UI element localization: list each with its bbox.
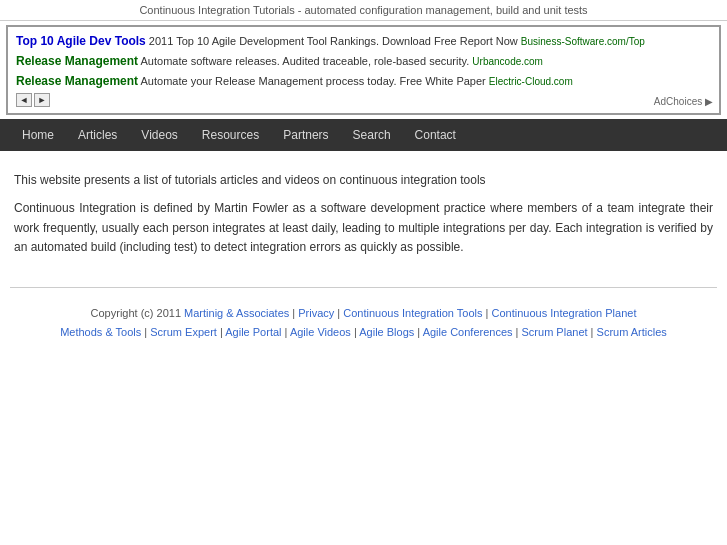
ad2-link[interactable]: Urbancode.com: [472, 56, 543, 67]
ad-prev-button[interactable]: ◄: [16, 93, 32, 107]
nav-articles[interactable]: Articles: [66, 119, 129, 151]
footer-link-2[interactable]: Continuous Integration Tools: [343, 307, 482, 319]
footer-copyright: Copyright (c) 2011: [91, 307, 185, 319]
footer-link-4[interactable]: Methods & Tools: [60, 326, 141, 338]
footer-link-11[interactable]: Scrum Articles: [597, 326, 667, 338]
ad-nav: ◄ ►: [16, 93, 711, 107]
nav-videos[interactable]: Videos: [129, 119, 189, 151]
nav-partners[interactable]: Partners: [271, 119, 340, 151]
footer-link-10[interactable]: Scrum Planet: [522, 326, 588, 338]
footer: Copyright (c) 2011 Martinig & Associates…: [0, 298, 727, 351]
footer-link-1[interactable]: Privacy: [298, 307, 334, 319]
footer-link-9[interactable]: Agile Conferences: [423, 326, 513, 338]
ad2-text: Automate software releases. Audited trac…: [141, 55, 473, 67]
ad-row-1: Top 10 Agile Dev Tools 2011 Top 10 Agile…: [16, 33, 711, 50]
footer-link-3[interactable]: Continuous Integration Planet: [492, 307, 637, 319]
footer-row2: Methods & Tools | Scrum Expert | Agile P…: [10, 323, 717, 342]
main-content: This website presents a list of tutorial…: [0, 151, 727, 267]
footer-link-5[interactable]: Scrum Expert: [150, 326, 217, 338]
top-banner-text: Continuous Integration Tutorials - autom…: [139, 4, 587, 16]
ad3-title[interactable]: Release Management: [16, 74, 138, 88]
nav-search[interactable]: Search: [341, 119, 403, 151]
footer-link-8[interactable]: Agile Blogs: [359, 326, 414, 338]
ad2-title[interactable]: Release Management: [16, 54, 138, 68]
top-banner: Continuous Integration Tutorials - autom…: [0, 0, 727, 21]
footer-link-7[interactable]: Agile Videos: [290, 326, 351, 338]
ad3-text: Automate your Release Management process…: [141, 75, 489, 87]
ad1-title[interactable]: Top 10 Agile Dev Tools: [16, 34, 146, 48]
ad1-text: 2011 Top 10 Agile Development Tool Ranki…: [149, 35, 521, 47]
footer-divider: [10, 287, 717, 288]
ad1-link[interactable]: Business-Software.com/Top: [521, 36, 645, 47]
footer-link-0[interactable]: Martinig & Associates: [184, 307, 289, 319]
nav-resources[interactable]: Resources: [190, 119, 271, 151]
ad-row-3: Release Management Automate your Release…: [16, 73, 711, 90]
footer-link-6[interactable]: Agile Portal: [225, 326, 281, 338]
ad-next-button[interactable]: ►: [34, 93, 50, 107]
main-description: Continuous Integration is defined by Mar…: [14, 199, 713, 257]
nav-home[interactable]: Home: [10, 119, 66, 151]
ad-choices[interactable]: AdChoices ▶: [654, 96, 713, 107]
nav-bar: Home Articles Videos Resources Partners …: [0, 119, 727, 151]
ad3-link[interactable]: Electric-Cloud.com: [489, 76, 573, 87]
footer-row1: Copyright (c) 2011 Martinig & Associates…: [10, 304, 717, 323]
ad-box: Top 10 Agile Dev Tools 2011 Top 10 Agile…: [6, 25, 721, 115]
ad-choices-label: AdChoices ▶: [654, 96, 713, 107]
intro-text: This website presents a list of tutorial…: [14, 171, 713, 189]
nav-contact[interactable]: Contact: [403, 119, 468, 151]
ad-row-2: Release Management Automate software rel…: [16, 53, 711, 70]
